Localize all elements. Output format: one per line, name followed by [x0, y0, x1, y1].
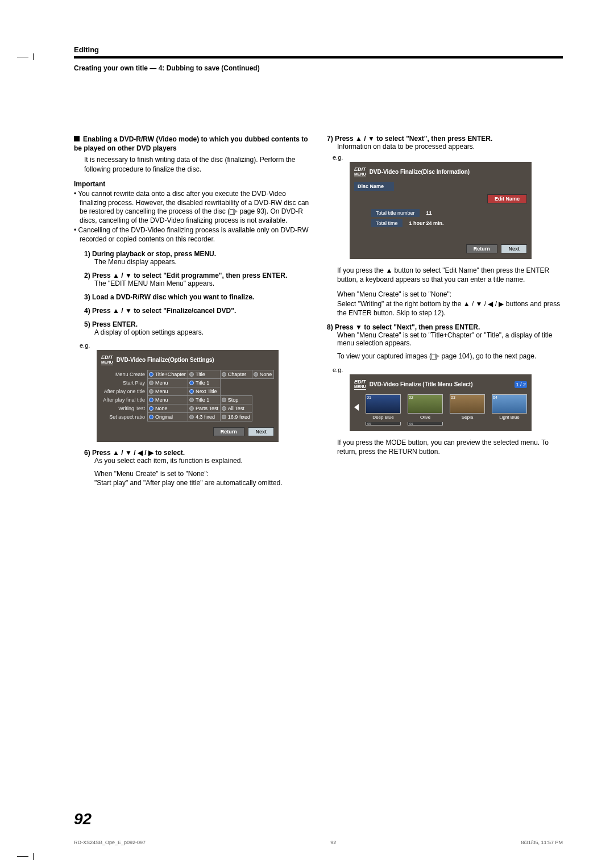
right-column: 7) Press ▲ / ▼ to select "Next", then pr… — [327, 135, 563, 493]
mode-preview-text: If you press the MODE button, you can pr… — [337, 438, 563, 456]
step-body: When "Menu Create" is set to "Title+Chap… — [337, 331, 563, 347]
step6-note: When "Menu Create" is set to "None": "St… — [94, 469, 310, 487]
step-4: 4) Press ▲ / ▼ to select "Finalize/cance… — [84, 307, 310, 315]
eg-label: e.g. — [333, 154, 563, 161]
thumb-olive[interactable]: 02 Olive — [408, 394, 443, 420]
osd-title: DVD-Video Finalize (Title Menu Select) — [370, 381, 473, 387]
info-row: Total title number 11 — [354, 209, 527, 217]
radio-icon — [189, 372, 194, 377]
thumb-light-blue[interactable]: 04 Light Blue — [492, 394, 527, 420]
section-rule — [74, 56, 563, 59]
return-button[interactable]: Return — [466, 244, 497, 253]
step-body: Information on data to be processed appe… — [337, 143, 563, 151]
page-number: 92 — [74, 810, 92, 828]
next-button[interactable]: Next — [501, 244, 527, 253]
footer-mid: 92 — [330, 840, 336, 845]
eg-label: e.g. — [80, 342, 310, 349]
goto-page-icon — [230, 208, 238, 214]
osd-option-table: Menu Create Title+Chapter Title Chapter … — [101, 370, 274, 422]
table-row: After play one title Menu Next Title — [101, 387, 274, 395]
edit-menu-logo: EDITMENU — [354, 166, 366, 177]
step-8: 8) Press ▼ to select "Next", then press … — [327, 323, 563, 361]
important-label: Important — [74, 180, 310, 189]
step-5: 5) Press ENTER. A display of option sett… — [84, 320, 310, 336]
footer: RD-XS24SB_Ope_E_p092-097 92 8/31/05, 11:… — [74, 840, 563, 845]
step-6: 6) Press ▲ / ▼ / ◀ / ▶ to select. As you… — [84, 449, 310, 487]
captured-images-text: To view your captured images ( page 104)… — [337, 352, 563, 361]
osd-title: DVD-Video Finalize(Option Settings) — [117, 357, 214, 363]
steps-list: 1) During playback or stop, press MENU. … — [84, 250, 310, 336]
step-3: 3) Load a DVD-R/RW disc which you want t… — [84, 293, 310, 301]
step-7: 7) Press ▲ / ▼ to select "Next", then pr… — [327, 135, 563, 151]
table-row: After play final title Menu Title 1 Stop — [101, 395, 274, 404]
left-heading: Enabling a DVD-R/RW (Video mode) to whic… — [74, 135, 310, 153]
important-list: You cannot rewrite data onto a disc afte… — [74, 190, 310, 244]
eg-label: e.g. — [333, 366, 563, 373]
section-header: Editing — [74, 45, 563, 54]
osd-title-menu-select: EDITMENU DVD-Video Finalize (Title Menu … — [350, 374, 532, 431]
left-heading-body: It is necessary to finish writing data o… — [84, 155, 310, 173]
arrow-left-icon[interactable] — [354, 404, 359, 411]
info-row: Total time 1 hour 24 min. — [354, 219, 527, 227]
step-2: 2) Press ▲ / ▼ to select "Edit programme… — [84, 272, 310, 287]
left-column: Enabling a DVD-R/RW (Video mode) to whic… — [74, 135, 310, 493]
goto-page-icon — [432, 353, 439, 359]
osd-title: DVD-Video Finalize(Disc Information) — [370, 169, 470, 175]
radio-icon — [222, 372, 226, 377]
disc-name-label: Disc Name — [354, 182, 394, 191]
page-subheader: Creating your own title — 4: Dubbing to … — [74, 64, 563, 72]
step-body: A display of option settings appears. — [94, 328, 310, 336]
edit-name-button[interactable]: Edit Name — [487, 194, 527, 203]
page-indicator: 1 / 2 — [515, 381, 527, 388]
after-osd2-text: If you press the ▲ button to select "Edi… — [337, 266, 563, 284]
next-button[interactable]: Next — [248, 427, 274, 436]
table-row: Menu Create Title+Chapter Title Chapter … — [101, 370, 274, 378]
thumb-row2[interactable]: 06 — [408, 422, 443, 425]
table-row: Writing Test None Parts Test All Test — [101, 404, 274, 412]
step-body: As you select each item, its function is… — [94, 457, 310, 465]
osd-disc-information: EDITMENU DVD-Video Finalize(Disc Informa… — [350, 162, 532, 259]
important-item: You cannot rewrite data onto a disc afte… — [74, 190, 310, 225]
edit-menu-logo: EDITMENU — [354, 379, 366, 390]
step-body: The "EDIT MENU Main Menu" appears. — [94, 279, 310, 287]
step-body: The Menu display appears. — [94, 258, 310, 266]
step-1: 1) During playback or stop, press MENU. … — [84, 250, 310, 266]
radio-selected-icon — [149, 372, 154, 377]
table-row: Start Play Menu Title 1 — [101, 378, 274, 387]
radio-icon — [254, 372, 258, 377]
thumb-deep-blue[interactable]: 01 Deep Blue — [366, 394, 401, 420]
square-bullet-icon — [74, 136, 80, 141]
thumb-row2[interactable]: 05 — [366, 422, 401, 425]
thumb-sepia[interactable]: 03 Sepia — [450, 394, 485, 420]
footer-left: RD-XS24SB_Ope_E_p092-097 — [74, 840, 146, 845]
osd-option-settings: EDITMENU DVD-Video Finalize(Option Setti… — [97, 350, 279, 442]
menu-none-text: When "Menu Create" is set to "None": Sel… — [337, 290, 563, 318]
table-row: Set aspect ratio Original 4:3 fixed 16:9… — [101, 412, 274, 421]
important-item: Cancelling of the DVD-Video finalizing p… — [74, 226, 310, 244]
footer-right: 8/31/05, 11:57 PM — [521, 840, 563, 845]
return-button[interactable]: Return — [213, 427, 244, 436]
edit-menu-logo: EDITMENU — [101, 354, 113, 365]
